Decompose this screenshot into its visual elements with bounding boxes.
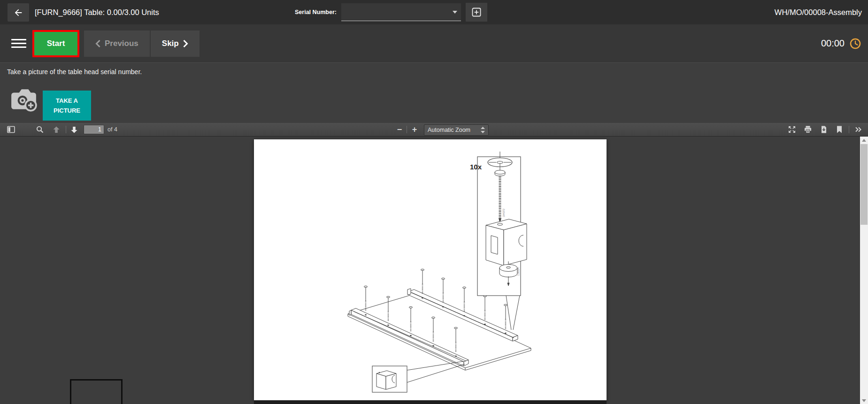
zoom-mode-select[interactable]: Automatic Zoom — [424, 124, 489, 136]
back-button[interactable] — [8, 3, 29, 22]
select-arrows-icon — [481, 127, 485, 133]
bookmark-button[interactable] — [833, 123, 846, 136]
previous-button[interactable]: Previous — [84, 30, 150, 57]
zoom-out-button[interactable]: − — [393, 123, 406, 136]
start-button[interactable]: Start — [34, 32, 77, 55]
page-down-button[interactable] — [68, 123, 81, 136]
expand-arrows-icon — [788, 126, 796, 133]
page-up-button[interactable] — [50, 123, 63, 136]
pdf-page-1: 10x 104372 118334 — [254, 139, 607, 400]
skip-button[interactable]: Skip — [151, 30, 200, 57]
presentation-mode-button[interactable] — [785, 123, 799, 136]
more-tools-button[interactable] — [852, 123, 865, 136]
download-icon — [820, 126, 828, 133]
workorder-title: [FURN_9666] Table: 0.00/3.00 Units — [35, 0, 159, 24]
worksheet-panel: Take a picture of the table head serial … — [0, 62, 868, 123]
page-count-label: of 4 — [108, 123, 117, 136]
toolbar-divider — [849, 126, 849, 133]
scrollbar-up-arrow[interactable] — [860, 137, 868, 144]
serial-number-input[interactable] — [341, 3, 461, 21]
page-number-input[interactable] — [84, 125, 104, 134]
pdf-viewer[interactable]: 10x 104372 118334 — [0, 137, 868, 404]
action-bar: Start Previous Skip 00:00 — [0, 24, 868, 62]
back-arrow-icon — [13, 8, 23, 18]
toolbar-divider — [66, 126, 66, 133]
scrollbar-down-arrow[interactable] — [860, 397, 868, 404]
bookmark-icon — [836, 126, 843, 133]
arrow-down-icon — [70, 126, 78, 133]
menu-button[interactable] — [11, 37, 26, 50]
take-picture-label-line2: PICTURE — [46, 106, 88, 115]
double-chevron-right-icon — [854, 126, 862, 133]
take-picture-label-line1: TAKE A — [46, 96, 88, 106]
sidebar-toggle-button[interactable] — [4, 123, 18, 136]
order-reference: WH/MO/00008-Assembly — [775, 0, 862, 24]
skip-label: Skip — [162, 39, 179, 48]
rail-detail-callout — [372, 361, 465, 392]
workorder-tablet-view: [FURN_9666] Table: 0.00/3.00 Units Seria… — [0, 0, 868, 404]
zoom-in-button[interactable]: + — [408, 123, 421, 136]
serial-number-group: Serial Number: — [295, 0, 487, 24]
print-button[interactable] — [801, 123, 815, 136]
plus-square-icon — [472, 8, 481, 17]
quantity-label: 10x — [470, 163, 482, 171]
serial-number-label: Serial Number: — [295, 9, 337, 15]
camera-plus-icon — [9, 86, 38, 114]
find-button[interactable] — [33, 123, 47, 136]
printer-icon — [804, 126, 812, 133]
page-bottom-edge — [254, 400, 607, 404]
pdf-toolbar: of 4 − + Automatic Zoom — [0, 123, 868, 137]
start-button-highlight: Start — [32, 30, 79, 57]
chevron-right-icon — [183, 39, 188, 48]
part-code-1: 104372 — [502, 209, 505, 217]
toolbar-divider — [407, 126, 407, 133]
chevron-left-icon — [95, 39, 100, 48]
bracket-diagram — [486, 219, 527, 266]
hamburger-icon — [11, 39, 26, 48]
take-picture-button[interactable]: TAKE A PICTURE — [43, 91, 91, 121]
timer: 00:00 — [821, 38, 861, 50]
add-serial-button[interactable] — [466, 3, 487, 22]
part-code-2: 118334 — [517, 267, 520, 276]
worksheet-partial-box — [70, 379, 123, 404]
arrow-up-icon — [53, 126, 60, 133]
scrollbar-thumb[interactable] — [860, 144, 868, 225]
tabletop-diagram — [348, 152, 531, 392]
topbar: [FURN_9666] Table: 0.00/3.00 Units Seria… — [0, 0, 868, 24]
previous-label: Previous — [105, 39, 138, 48]
serial-number-combo[interactable] — [341, 3, 461, 21]
assembly-diagram: 10x 104372 118334 — [254, 139, 607, 400]
instruction-text: Take a picture of the table head serial … — [7, 68, 142, 76]
zoom-mode-value: Automatic Zoom — [428, 127, 470, 133]
timer-value: 00:00 — [821, 38, 845, 49]
pdf-scrollbar[interactable] — [860, 137, 868, 404]
sidebar-toggle-icon — [7, 126, 15, 133]
search-icon — [36, 126, 44, 133]
download-button[interactable] — [817, 123, 831, 136]
clock-icon — [849, 38, 861, 50]
